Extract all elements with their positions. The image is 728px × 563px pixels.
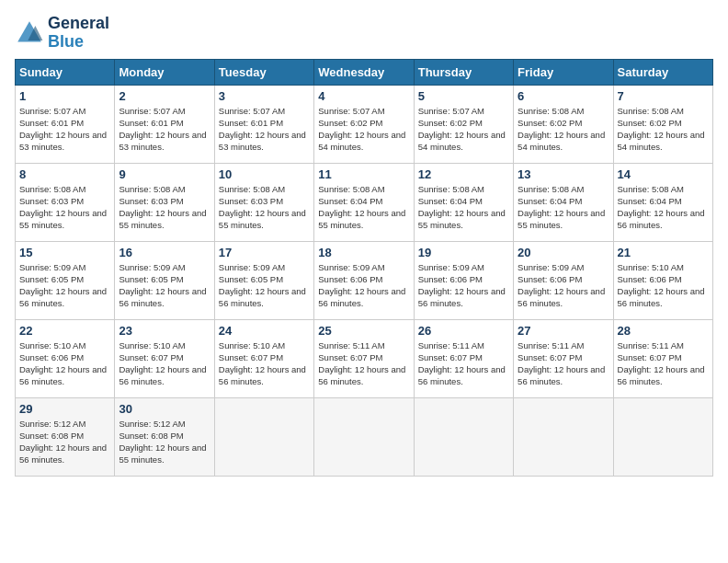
day-cell-14: 14 Sunrise: 5:08 AM Sunset: 6:04 PM Dayl… bbox=[613, 163, 712, 241]
day-info-24: Sunrise: 5:10 AM Sunset: 6:07 PM Dayligh… bbox=[219, 339, 310, 388]
day-cell-10: 10 Sunrise: 5:08 AM Sunset: 6:03 PM Dayl… bbox=[214, 163, 313, 241]
day-cell-6: 6 Sunrise: 5:08 AM Sunset: 6:02 PM Dayli… bbox=[514, 85, 613, 163]
day-number-3: 3 bbox=[219, 89, 310, 103]
day-number-29: 29 bbox=[19, 402, 110, 416]
day-number-5: 5 bbox=[418, 89, 509, 103]
day-number-9: 9 bbox=[119, 167, 210, 181]
day-cell-15: 15 Sunrise: 5:09 AM Sunset: 6:05 PM Dayl… bbox=[16, 241, 115, 319]
day-number-15: 15 bbox=[19, 246, 110, 259]
day-cell-26: 26 Sunrise: 5:11 AM Sunset: 6:07 PM Dayl… bbox=[414, 319, 513, 397]
day-cell-22: 22 Sunrise: 5:10 AM Sunset: 6:06 PM Dayl… bbox=[16, 319, 115, 397]
day-cell-21: 21 Sunrise: 5:10 AM Sunset: 6:06 PM Dayl… bbox=[613, 241, 712, 319]
day-info-9: Sunrise: 5:08 AM Sunset: 6:03 PM Dayligh… bbox=[119, 183, 210, 232]
day-cell-17: 17 Sunrise: 5:09 AM Sunset: 6:05 PM Dayl… bbox=[214, 241, 313, 319]
day-number-4: 4 bbox=[318, 89, 409, 103]
day-cell-3: 3 Sunrise: 5:07 AM Sunset: 6:01 PM Dayli… bbox=[214, 85, 313, 163]
day-number-24: 24 bbox=[219, 324, 310, 338]
day-cell-7: 7 Sunrise: 5:08 AM Sunset: 6:02 PM Dayli… bbox=[613, 85, 712, 163]
week-row-1: 1 Sunrise: 5:07 AM Sunset: 6:01 PM Dayli… bbox=[16, 85, 713, 163]
day-number-23: 23 bbox=[119, 324, 210, 338]
day-number-20: 20 bbox=[518, 246, 609, 259]
day-cell-4: 4 Sunrise: 5:07 AM Sunset: 6:02 PM Dayli… bbox=[314, 85, 414, 163]
day-cell-25: 25 Sunrise: 5:11 AM Sunset: 6:07 PM Dayl… bbox=[314, 319, 414, 397]
day-info-8: Sunrise: 5:08 AM Sunset: 6:03 PM Dayligh… bbox=[19, 183, 110, 232]
day-number-13: 13 bbox=[518, 167, 609, 181]
empty-cell-w4-d6 bbox=[613, 397, 712, 476]
day-info-4: Sunrise: 5:07 AM Sunset: 6:02 PM Dayligh… bbox=[318, 105, 409, 154]
day-cell-19: 19 Sunrise: 5:09 AM Sunset: 6:06 PM Dayl… bbox=[414, 241, 513, 319]
day-number-27: 27 bbox=[518, 324, 609, 338]
day-cell-27: 27 Sunrise: 5:11 AM Sunset: 6:07 PM Dayl… bbox=[514, 319, 613, 397]
header-sunday: Sunday bbox=[16, 59, 115, 85]
day-number-12: 12 bbox=[418, 167, 509, 181]
week-row-2: 8 Sunrise: 5:08 AM Sunset: 6:03 PM Dayli… bbox=[16, 163, 713, 241]
day-info-11: Sunrise: 5:08 AM Sunset: 6:04 PM Dayligh… bbox=[318, 183, 409, 232]
day-info-1: Sunrise: 5:07 AM Sunset: 6:01 PM Dayligh… bbox=[19, 105, 110, 154]
day-cell-2: 2 Sunrise: 5:07 AM Sunset: 6:01 PM Dayli… bbox=[115, 85, 214, 163]
day-info-2: Sunrise: 5:07 AM Sunset: 6:01 PM Dayligh… bbox=[119, 105, 210, 154]
day-cell-30: 30 Sunrise: 5:12 AM Sunset: 6:08 PM Dayl… bbox=[115, 397, 214, 476]
day-cell-5: 5 Sunrise: 5:07 AM Sunset: 6:02 PM Dayli… bbox=[414, 85, 513, 163]
day-info-18: Sunrise: 5:09 AM Sunset: 6:06 PM Dayligh… bbox=[318, 261, 409, 310]
day-cell-23: 23 Sunrise: 5:10 AM Sunset: 6:07 PM Dayl… bbox=[115, 319, 214, 397]
week-row-5: 29 Sunrise: 5:12 AM Sunset: 6:08 PM Dayl… bbox=[16, 397, 713, 476]
empty-cell-w4-d3 bbox=[314, 397, 414, 476]
logo-text: General Blue bbox=[48, 15, 109, 52]
day-number-18: 18 bbox=[318, 246, 409, 259]
day-info-23: Sunrise: 5:10 AM Sunset: 6:07 PM Dayligh… bbox=[119, 339, 210, 388]
day-info-12: Sunrise: 5:08 AM Sunset: 6:04 PM Dayligh… bbox=[418, 183, 509, 232]
day-number-17: 17 bbox=[219, 246, 310, 259]
day-number-16: 16 bbox=[119, 246, 210, 259]
day-info-21: Sunrise: 5:10 AM Sunset: 6:06 PM Dayligh… bbox=[618, 261, 709, 310]
day-number-25: 25 bbox=[318, 324, 409, 338]
day-cell-28: 28 Sunrise: 5:11 AM Sunset: 6:07 PM Dayl… bbox=[613, 319, 712, 397]
header-thursday: Thursday bbox=[414, 59, 513, 85]
day-info-26: Sunrise: 5:11 AM Sunset: 6:07 PM Dayligh… bbox=[418, 339, 509, 388]
calendar-table: Sunday Monday Tuesday Wednesday Thursday… bbox=[15, 59, 713, 477]
day-number-10: 10 bbox=[219, 167, 310, 181]
day-info-14: Sunrise: 5:08 AM Sunset: 6:04 PM Dayligh… bbox=[618, 183, 709, 232]
page-header: General Blue bbox=[15, 15, 713, 52]
day-number-28: 28 bbox=[618, 324, 709, 338]
day-number-30: 30 bbox=[119, 402, 210, 416]
day-info-13: Sunrise: 5:08 AM Sunset: 6:04 PM Dayligh… bbox=[518, 183, 609, 232]
day-number-7: 7 bbox=[618, 89, 709, 103]
day-number-22: 22 bbox=[19, 324, 110, 338]
day-cell-13: 13 Sunrise: 5:08 AM Sunset: 6:04 PM Dayl… bbox=[514, 163, 613, 241]
weekday-header-row: Sunday Monday Tuesday Wednesday Thursday… bbox=[16, 59, 713, 85]
logo-icon bbox=[15, 18, 44, 48]
day-cell-24: 24 Sunrise: 5:10 AM Sunset: 6:07 PM Dayl… bbox=[214, 319, 313, 397]
day-info-16: Sunrise: 5:09 AM Sunset: 6:05 PM Dayligh… bbox=[119, 261, 210, 310]
day-cell-20: 20 Sunrise: 5:09 AM Sunset: 6:06 PM Dayl… bbox=[514, 241, 613, 319]
day-cell-18: 18 Sunrise: 5:09 AM Sunset: 6:06 PM Dayl… bbox=[314, 241, 414, 319]
day-number-2: 2 bbox=[119, 89, 210, 103]
day-cell-11: 11 Sunrise: 5:08 AM Sunset: 6:04 PM Dayl… bbox=[314, 163, 414, 241]
day-info-25: Sunrise: 5:11 AM Sunset: 6:07 PM Dayligh… bbox=[318, 339, 409, 388]
day-number-6: 6 bbox=[518, 89, 609, 103]
day-info-27: Sunrise: 5:11 AM Sunset: 6:07 PM Dayligh… bbox=[518, 339, 609, 388]
day-number-21: 21 bbox=[618, 246, 709, 259]
day-info-5: Sunrise: 5:07 AM Sunset: 6:02 PM Dayligh… bbox=[418, 105, 509, 154]
day-number-11: 11 bbox=[318, 167, 409, 181]
day-cell-8: 8 Sunrise: 5:08 AM Sunset: 6:03 PM Dayli… bbox=[16, 163, 115, 241]
day-cell-9: 9 Sunrise: 5:08 AM Sunset: 6:03 PM Dayli… bbox=[115, 163, 214, 241]
day-info-10: Sunrise: 5:08 AM Sunset: 6:03 PM Dayligh… bbox=[219, 183, 310, 232]
logo: General Blue bbox=[15, 15, 109, 52]
day-number-14: 14 bbox=[618, 167, 709, 181]
header-friday: Friday bbox=[514, 59, 613, 85]
header-tuesday: Tuesday bbox=[214, 59, 313, 85]
week-row-4: 22 Sunrise: 5:10 AM Sunset: 6:06 PM Dayl… bbox=[16, 319, 713, 397]
empty-cell-w4-d5 bbox=[514, 397, 613, 476]
day-info-20: Sunrise: 5:09 AM Sunset: 6:06 PM Dayligh… bbox=[518, 261, 609, 310]
header-wednesday: Wednesday bbox=[314, 59, 414, 85]
day-info-15: Sunrise: 5:09 AM Sunset: 6:05 PM Dayligh… bbox=[19, 261, 110, 310]
day-info-30: Sunrise: 5:12 AM Sunset: 6:08 PM Dayligh… bbox=[119, 418, 210, 466]
header-saturday: Saturday bbox=[613, 59, 712, 85]
header-monday: Monday bbox=[115, 59, 214, 85]
day-info-17: Sunrise: 5:09 AM Sunset: 6:05 PM Dayligh… bbox=[219, 261, 310, 310]
day-cell-16: 16 Sunrise: 5:09 AM Sunset: 6:05 PM Dayl… bbox=[115, 241, 214, 319]
day-number-8: 8 bbox=[19, 167, 110, 181]
day-info-19: Sunrise: 5:09 AM Sunset: 6:06 PM Dayligh… bbox=[418, 261, 509, 310]
day-number-26: 26 bbox=[418, 324, 509, 338]
day-info-7: Sunrise: 5:08 AM Sunset: 6:02 PM Dayligh… bbox=[618, 105, 709, 154]
